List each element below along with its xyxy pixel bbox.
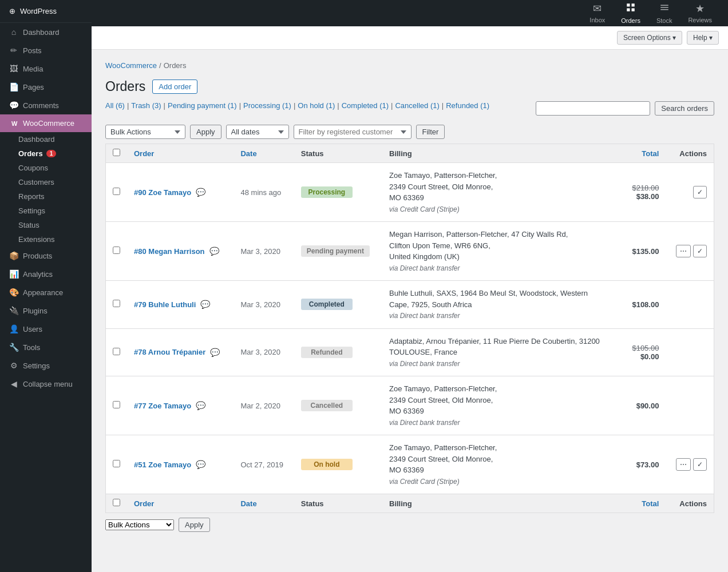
sidebar-item-media[interactable]: 🖼 Media [0,59,92,78]
bottom-bulk-actions-select[interactable]: Bulk Actions Mark processing Mark on-hol… [105,519,174,530]
total-amount: $135.00 [632,247,659,256]
search-input[interactable] [536,101,650,116]
order-link[interactable]: #78 Arnou Trépanier [134,348,205,356]
sidebar-item-comments[interactable]: 💬 Comments [0,96,92,114]
sidebar-item-label: Plugins [23,307,48,315]
row-checkbox[interactable] [113,401,120,408]
sidebar-item-products[interactable]: 📦 Products [0,247,92,265]
add-order-button[interactable]: Add order [152,80,197,94]
filter-tab-trash[interactable]: Trash (3) [131,101,161,110]
order-link[interactable]: #51 Zoe Tamayo [134,460,191,469]
sidebar-item-label: Settings [23,362,50,370]
sidebar-sub-item-woo-status[interactable]: Status [18,218,92,232]
sidebar-item-users[interactable]: 👤 Users [0,320,92,338]
row-checkbox[interactable] [113,460,120,467]
bottom-apply-button[interactable]: Apply [179,518,210,532]
sidebar-item-plugins[interactable]: 🔌 Plugins [0,301,92,320]
total-cell: $90.00 [622,376,666,435]
footer-date[interactable]: Date [234,494,294,513]
sidebar-sub-item-woo-coupons[interactable]: Coupons [18,161,92,175]
sidebar-sub-item-woo-extensions[interactable]: Extensions [18,232,92,247]
toolbar-apply-button[interactable]: Apply [190,125,221,139]
header-date[interactable]: Date [234,144,294,163]
sidebar-item-appearance[interactable]: 🎨 Appearance [0,283,92,301]
topbar-icons: ✉ Inbox Orders Stock ★ Reviews [583,0,719,29]
sidebar-item-pages[interactable]: 📄 Pages [0,78,92,96]
row-checkbox[interactable] [113,188,120,195]
filter-tab-completed[interactable]: Completed (1) [342,101,389,110]
filter-tab-pending[interactable]: Pending payment (1) [168,101,237,110]
topbar-reviews[interactable]: ★ Reviews [681,0,719,29]
status-badge: Processing [301,186,353,198]
row-checkbox[interactable] [113,300,120,307]
screen-options-button[interactable]: Screen Options ▾ [617,31,682,45]
order-link[interactable]: #79 Buhle Luthuli [134,300,196,309]
sidebar-sub-item-woo-dashboard[interactable]: Dashboard [18,132,92,146]
total-cell: $105.00 $0.00 [622,328,666,376]
help-button[interactable]: Help ▾ [687,31,719,45]
header-total[interactable]: Total [622,144,666,163]
sidebar-item-collapse[interactable]: ◀ Collapse menu [0,375,92,393]
reviews-icon: ★ [695,2,705,15]
filter-tab-refunded[interactable]: Refunded (1) [446,101,489,110]
billing-cell: Zoe Tamayo, Patterson-Fletcher,2349 Cour… [382,163,622,222]
sidebar-item-label: Appearance [23,288,63,297]
more-action-button[interactable]: ⋯ [676,458,691,471]
note-icon: 💬 [209,247,219,256]
table-row: #77 Zoe Tamayo 💬 Mar 2, 2020 Cancelled Z… [106,376,714,435]
table-row: #80 Megan Harrison 💬 Mar 3, 2020 Pending… [106,222,714,281]
status-cell: Pending payment [294,222,382,281]
actions-cell [666,376,714,435]
row-checkbox[interactable] [113,348,120,355]
sidebar-sub-item-woo-reports[interactable]: Reports [18,189,92,204]
search-orders-button[interactable]: Search orders [655,101,714,116]
topbar-reviews-label: Reviews [688,17,712,23]
footer-order[interactable]: Order [127,494,234,513]
order-link[interactable]: #80 Megan Harrison [134,247,205,256]
sidebar-item-label: Comments [23,101,59,110]
sidebar-sub-item-woo-orders[interactable]: Orders 1 [18,146,92,161]
filter-customer-input[interactable] [294,125,412,139]
settings-icon: ⚙ [9,361,18,370]
filter-tab-cancelled[interactable]: Cancelled (1) [395,101,439,110]
orders-badge: 1 [46,150,57,157]
filter-tab-all[interactable]: All (6) [105,101,125,110]
sidebar-item-label: Products [23,252,52,260]
sidebar-item-woocommerce[interactable]: W WooCommerce [0,114,92,132]
topbar-stock[interactable]: Stock [650,0,679,29]
row-checkbox-cell [106,328,128,376]
order-link[interactable]: #77 Zoe Tamayo [134,402,191,410]
breadcrumb-woocommerce[interactable]: WooCommerce [105,61,157,70]
order-link[interactable]: #90 Zoe Tamayo [134,188,191,197]
complete-action-button[interactable]: ✓ [693,458,707,471]
row-checkbox-cell [106,376,128,435]
payment-method: via Direct bank transfer [389,312,460,320]
pages-icon: 📄 [9,82,18,92]
footer-select-all-checkbox[interactable] [113,499,120,506]
complete-action-button[interactable]: ✓ [693,186,707,198]
sidebar-item-settings[interactable]: ⚙ Settings [0,356,92,375]
footer-total[interactable]: Total [622,494,666,513]
more-action-button[interactable]: ⋯ [676,245,691,257]
topbar-inbox[interactable]: ✉ Inbox [583,0,612,29]
total-amount: $90.00 [636,402,659,410]
bulk-actions-select[interactable]: Bulk Actions Mark processing Mark on-hol… [105,125,185,139]
all-dates-select[interactable]: All dates [226,125,289,139]
admin-bar: Screen Options ▾ Help ▾ [92,26,728,50]
filter-button[interactable]: Filter [416,125,445,139]
sidebar-item-posts[interactable]: ✏ Posts [0,41,92,59]
complete-action-button[interactable]: ✓ [693,245,707,257]
topbar-orders[interactable]: Orders [614,0,647,29]
filter-tab-onhold[interactable]: On hold (1) [298,101,335,110]
select-all-checkbox[interactable] [113,149,120,156]
sidebar-sub-item-woo-settings[interactable]: Settings [18,204,92,218]
header-order[interactable]: Order [127,144,234,163]
sidebar-item-tools[interactable]: 🔧 Tools [0,338,92,356]
sidebar-item-analytics[interactable]: 📊 Analytics [0,265,92,283]
row-checkbox[interactable] [113,247,120,254]
sidebar-item-dashboard[interactable]: ⌂ Dashboard [0,23,92,41]
filter-tab-processing[interactable]: Processing (1) [243,101,291,110]
total-cell: $135.00 [622,222,666,281]
sidebar-sub-item-woo-customers[interactable]: Customers [18,175,92,189]
note-icon: 💬 [196,460,205,469]
